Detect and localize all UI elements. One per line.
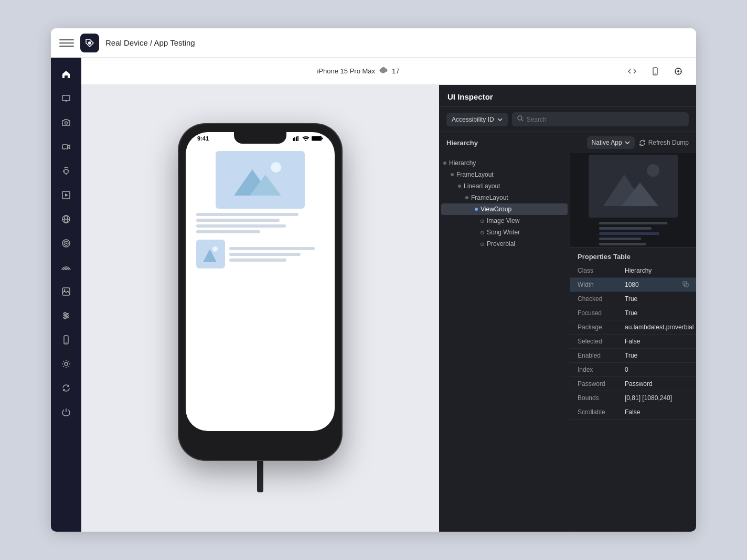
prop-key: Scrollable [578,408,625,416]
prop-key: Index [578,366,625,373]
sidebar-item-video[interactable] [56,136,77,157]
device-toolbar: iPhone 15 Pro Max 17 [81,58,696,85]
phone-screen: 9:41 [186,132,335,431]
app-card-lines [229,247,324,262]
accessibility-id-label: Accessibility ID [452,116,494,123]
tree-panel: Hierarchy FrameLayout LinearLayout [439,153,570,532]
phone-content [186,142,335,268]
inspector-action[interactable] [671,64,686,79]
svg-point-59 [647,164,659,177]
prop-row-selected: Selected False [570,335,696,349]
device-info: iPhone 15 Pro Max 17 [317,67,399,76]
prop-key: Enabled [578,352,625,359]
svg-rect-1 [62,95,70,101]
sidebar-item-phone[interactable] [56,329,77,350]
svg-rect-5 [62,145,68,149]
sidebar-item-home[interactable] [56,64,77,85]
tree-dot [475,208,478,211]
tree-item-proverbial[interactable]: ⊙ Proverbial [439,238,570,250]
title-bar: Real Device / App Testing [51,28,696,58]
tree-item-label: LinearLayout [464,182,500,190]
tree-item-songwriter[interactable]: ⊙ Song Writer [439,227,570,238]
phone-notch [234,132,286,144]
ios-version: 17 [392,67,399,75]
tree-item-label: ViewGroup [481,206,511,213]
preview-lines [599,222,667,245]
refresh-label: Refresh Dump [648,139,689,146]
sidebar-item-target[interactable] [56,233,77,254]
tree-item-linearlayout[interactable]: LinearLayout [439,180,570,192]
svg-point-43 [305,140,306,141]
svg-rect-41 [296,137,297,142]
prop-val: True [625,295,689,303]
tree-item-hierarchy[interactable]: Hierarchy [439,157,570,169]
refresh-dump-button[interactable]: Refresh Dump [639,139,689,146]
sidebar-item-image[interactable] [56,281,77,302]
prop-key: Focused [578,309,625,317]
prop-row-scrollable: Scrollable False [570,405,696,419]
tree-item-label: Image View [487,217,519,224]
tree-dot [451,173,454,176]
prop-val: au.lambdatest.proverbial [625,324,693,331]
svg-marker-13 [65,193,68,197]
tree-item-framelayout1[interactable]: FrameLayout [439,169,570,180]
preview-image [589,155,678,218]
prop-val: 1080 [625,281,689,288]
svg-point-53 [212,246,218,252]
svg-rect-42 [297,136,298,141]
search-input[interactable] [527,116,684,123]
tree-item-framelayout2[interactable]: FrameLayout [439,192,570,203]
svg-point-50 [271,162,281,173]
tree-item-label: Proverbial [487,240,515,247]
prop-val: True [625,352,689,359]
right-panel: Properties Table Class Hierarchy Width [570,153,696,532]
device-action[interactable] [648,64,663,79]
sidebar-item-refresh[interactable] [56,378,77,399]
hamburger-menu[interactable] [59,36,74,50]
svg-point-6 [64,169,68,174]
code-action[interactable] [625,64,639,79]
phone-time: 9:41 [195,135,209,142]
svg-point-30 [65,362,68,365]
svg-line-55 [521,120,523,121]
search-box [512,112,689,126]
sidebar-item-signal[interactable] [56,257,77,278]
sidebar-item-bug[interactable] [56,160,77,181]
hierarchy-toolbar: Hierarchy Native App Refresh Dump [439,132,696,153]
toolbar-actions [625,64,686,79]
sidebar-item-settings[interactable] [56,353,77,374]
native-app-label: Native App [592,139,622,146]
phone-cable [257,461,263,492]
prop-row-index: Index 0 [570,363,696,377]
tree-item-label: FrameLayout [456,171,494,178]
sidebar-item-globe[interactable] [56,209,77,230]
prop-row-class: Class Hierarchy [570,264,696,278]
prop-val: 0 [625,366,689,373]
svg-point-32 [655,73,656,74]
sidebar-item-monitor[interactable] [56,88,77,109]
svg-point-19 [66,243,67,244]
tree-item-viewgroup[interactable]: ViewGroup [441,203,568,215]
copy-icon[interactable] [682,281,689,288]
prop-key: Password [578,380,625,387]
svg-point-25 [64,313,66,315]
tree-item-icon: ⊙ [480,230,484,235]
main-layout: iPhone 15 Pro Max 17 [51,58,696,532]
tree-item-label: Hierarchy [449,159,476,167]
sidebar-item-sliders[interactable] [56,305,77,326]
properties-title: Properties Table [570,247,696,264]
tree-item-icon: ⊙ [480,218,484,224]
prop-val: True [625,309,689,317]
sidebar-item-camera[interactable] [56,112,77,133]
accessibility-id-dropdown[interactable]: Accessibility ID [446,113,508,126]
prop-row-checked: Checked True [570,292,696,306]
native-app-dropdown[interactable]: Native App [587,136,635,149]
app-lines [186,213,335,233]
sidebar-item-power[interactable] [56,402,77,423]
sidebar-item-play[interactable] [56,185,77,206]
prop-val: Hierarchy [625,267,689,274]
app-logo [80,34,99,52]
svg-rect-39 [293,138,294,141]
tree-item-imageview[interactable]: ⊙ Image View [439,215,570,227]
app-card [186,240,335,268]
